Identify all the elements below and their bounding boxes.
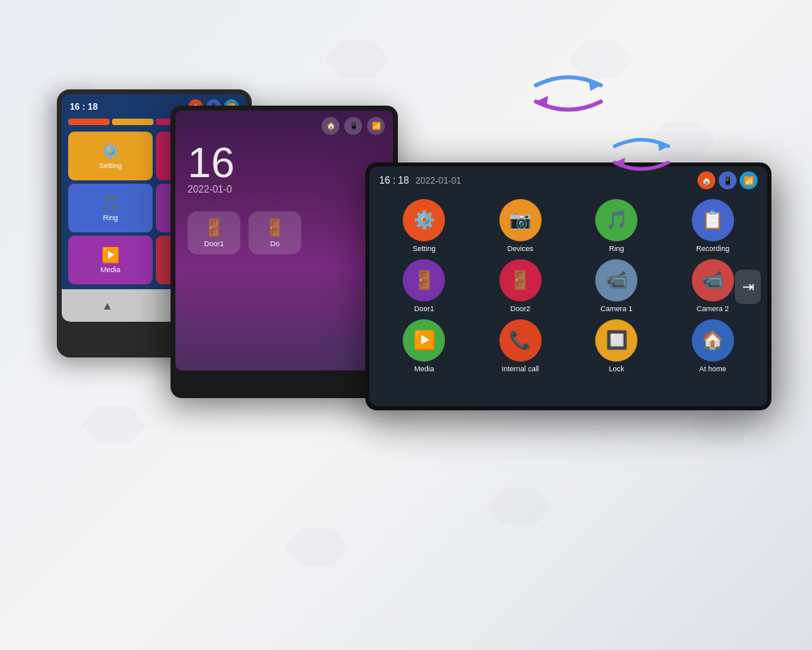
device3-lock-tile[interactable]: 🔲 Lock xyxy=(572,319,662,373)
lock-circle-icon: 🔲 xyxy=(595,319,637,362)
device1-ring-tile[interactable]: 🎵 Ring xyxy=(68,184,153,232)
device3-setting-tile[interactable]: ⚙️ Setting xyxy=(379,199,469,253)
devices-label: Devices xyxy=(508,245,533,253)
door2-label: Door2 xyxy=(510,305,530,313)
camera1-circle-icon: 📹 xyxy=(595,259,637,301)
device3-grid: ⚙️ Setting 📷 Devices 🎵 Ring 📋 Recording xyxy=(369,194,767,378)
recording-circle-icon: 📋 xyxy=(692,199,734,241)
door2-icon: 🚪 xyxy=(265,218,285,237)
device3-media-tile[interactable]: ▶️ Media xyxy=(379,319,469,373)
device1-ring-label: Ring xyxy=(103,214,119,222)
recording-label: Recording xyxy=(696,245,729,253)
setting-label: Setting xyxy=(412,245,435,253)
device1-setting-tile[interactable]: ⚙️ Setting xyxy=(68,132,153,180)
device3-internal-call-tile[interactable]: 📞 Internal call xyxy=(476,319,566,373)
device3-date: 2022-01-01 xyxy=(416,176,461,185)
sync-arrow-top xyxy=(524,65,613,130)
device2-screen: 🏠 📱 📶 16 2022-01-0 🚪 Door1 🚪 Do xyxy=(175,110,393,370)
camera2-circle-icon: 📹 xyxy=(692,259,734,301)
setting-circle-icon: ⚙️ xyxy=(403,199,445,241)
camera1-label: Camera 1 xyxy=(600,305,633,313)
device3-time: 16 : 18 xyxy=(379,175,409,186)
device3-recording-tile[interactable]: 📋 Recording xyxy=(668,199,758,253)
camera2-label: Camera 2 xyxy=(697,305,729,313)
media-label: Media xyxy=(414,365,434,373)
device2-monitor-icon[interactable]: 📱 xyxy=(344,117,362,135)
device3-header-icons: 🏠 📱 📶 xyxy=(698,171,758,189)
device1-nav-icon[interactable]: ▲ xyxy=(102,299,113,312)
device3-monitor-icon[interactable]: 📱 xyxy=(719,171,736,189)
device1-media-label: Media xyxy=(101,266,121,274)
media-icon: ▶️ xyxy=(102,246,119,264)
lock-label: Lock xyxy=(609,365,624,373)
device3-exit-button[interactable]: ⇥ xyxy=(735,270,761,304)
exit-icon: ⇥ xyxy=(742,278,754,296)
device2-wifi-icon[interactable]: 📶 xyxy=(367,117,385,135)
device2-door1-label: Door1 xyxy=(204,240,224,248)
sync-arrow-middle xyxy=(605,130,678,187)
device3-door1-tile[interactable]: 🚪 Door1 xyxy=(379,259,469,313)
device3-wifi-icon[interactable]: 📶 xyxy=(740,171,758,189)
device2-doors: 🚪 Door1 🚪 Do xyxy=(175,203,393,262)
device3: 16 : 18 2022-01-01 🏠 📱 📶 ⚙️ Setting 📷 xyxy=(365,162,771,410)
ring-circle-icon: 🎵 xyxy=(595,199,637,241)
device2: 🏠 📱 📶 16 2022-01-0 🚪 Door1 🚪 Do xyxy=(171,106,398,398)
device3-camera1-tile[interactable]: 📹 Camera 1 xyxy=(572,259,662,313)
at-home-label: At home xyxy=(699,365,727,373)
device3-header: 16 : 18 2022-01-01 🏠 📱 📶 xyxy=(369,167,767,194)
door1-circle-icon: 🚪 xyxy=(403,259,445,301)
media-circle-icon: ▶️ xyxy=(403,319,445,362)
device2-header: 🏠 📱 📶 xyxy=(175,110,393,141)
device2-door2-label: Do xyxy=(270,240,280,248)
device1-time: 16 : 18 xyxy=(70,102,97,111)
ring-icon: 🎵 xyxy=(102,194,119,212)
device1-media-tile[interactable]: ▶️ Media xyxy=(68,236,153,284)
device2-door2[interactable]: 🚪 Do xyxy=(248,211,301,254)
device2-home-icon[interactable]: 🏠 xyxy=(322,117,339,135)
internal-call-circle-icon: 📞 xyxy=(499,319,542,362)
device3-home-icon[interactable]: 🏠 xyxy=(698,171,715,189)
device3-door2-tile[interactable]: 🚪 Door2 xyxy=(476,259,566,313)
door1-label: Door1 xyxy=(414,305,434,313)
device2-time-big: 16 xyxy=(175,141,393,184)
device3-devices-tile[interactable]: 📷 Devices xyxy=(476,199,566,253)
setting-icon: ⚙️ xyxy=(102,142,119,160)
at-home-circle-icon: 🏠 xyxy=(692,319,734,362)
device3-at-home-tile[interactable]: 🏠 At home xyxy=(668,319,758,373)
devices-circle-icon: 📷 xyxy=(499,199,542,241)
door2-circle-icon: 🚪 xyxy=(499,259,542,301)
device2-door1[interactable]: 🚪 Door1 xyxy=(188,211,240,254)
device1-setting-label: Setting xyxy=(99,162,122,170)
internal-call-label: Internal call xyxy=(502,365,539,373)
door1-icon: 🚪 xyxy=(204,218,224,237)
device3-ring-tile[interactable]: 🎵 Ring xyxy=(572,199,662,253)
scene: 16 : 18 🏠 📱 📶 ⚙️ Setting xyxy=(41,41,771,609)
ring-label: Ring xyxy=(609,245,624,253)
device3-screen: 16 : 18 2022-01-01 🏠 📱 📶 ⚙️ Setting 📷 xyxy=(369,167,767,406)
